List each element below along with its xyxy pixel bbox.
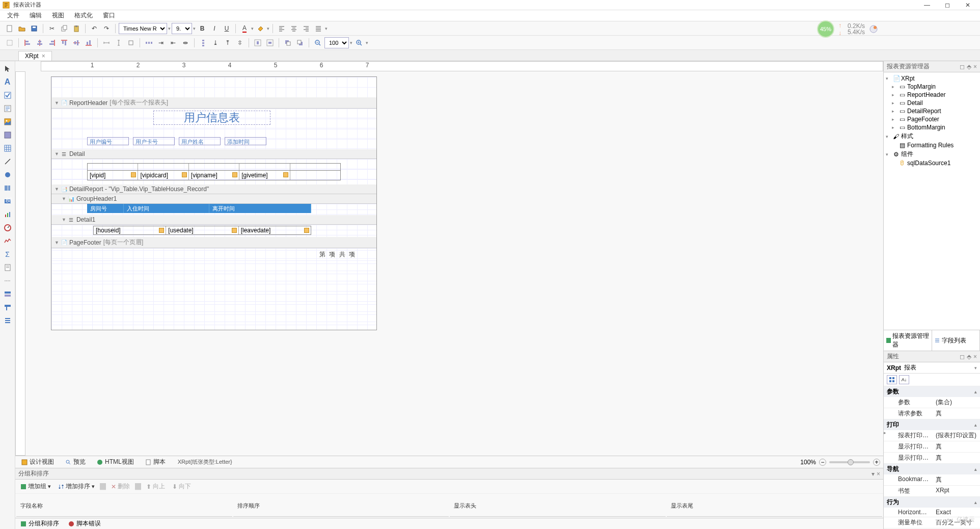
center-vert-button[interactable]	[264, 37, 276, 48]
detail-cell-vipid[interactable]: [vipid]	[88, 171, 138, 180]
props-dropdown-icon[interactable]: ▾	[974, 365, 977, 371]
font-size-combo[interactable]: 9.75	[172, 23, 192, 34]
tree-formatting[interactable]: ▤Formatting Rules	[885, 141, 979, 149]
groupheader-roomid[interactable]: 房间号	[87, 204, 124, 213]
shape-tool[interactable]	[2, 169, 13, 180]
align-left-button[interactable]	[276, 23, 287, 34]
tab-html-view[interactable]: HTML视图	[94, 457, 137, 467]
center-horiz-button[interactable]	[252, 37, 263, 48]
move-down-button[interactable]: ⬇向下	[170, 481, 193, 492]
tree-datasource[interactable]: 🛢sqlDataSource1	[885, 159, 979, 167]
header-label-usercard[interactable]: 用户卡号	[133, 137, 175, 145]
close-button[interactable]: ✕	[958, 1, 978, 10]
vspace-dec-button[interactable]: ⤒	[222, 37, 233, 48]
tree-components[interactable]: ▾⚙组件	[885, 149, 979, 159]
align-rights-button[interactable]	[46, 37, 58, 48]
bold-button[interactable]: B	[197, 23, 208, 34]
detail1-cell-houseid[interactable]: [houseid]	[94, 226, 166, 234]
smart-tag-icon[interactable]	[304, 228, 309, 233]
detail-cell-givetime[interactable]: [givetime]	[239, 171, 290, 180]
send-back-button[interactable]	[294, 37, 306, 48]
zoom-out-icon[interactable]: −	[819, 459, 826, 466]
gauge-tool[interactable]	[2, 222, 13, 233]
zoom-in-icon[interactable]: +	[873, 459, 880, 466]
footer-tab-scripterror[interactable]: 脚本错误	[66, 518, 103, 529]
minimize-button[interactable]: —	[917, 1, 937, 10]
props-categorized-button[interactable]	[887, 375, 897, 384]
table-tool[interactable]	[2, 143, 13, 154]
menu-file[interactable]: 文件	[4, 10, 22, 21]
detail-cell-vipname[interactable]: [vipname]	[189, 171, 239, 180]
menu-edit[interactable]: 编辑	[26, 10, 45, 21]
panel-tool[interactable]	[2, 129, 13, 141]
groupheader-checkout[interactable]: 离开时间	[209, 204, 311, 213]
panel-pin-icon[interactable]: ⬘	[967, 353, 971, 360]
smart-tag-icon[interactable]	[232, 228, 237, 233]
label-tool[interactable]: A	[2, 76, 13, 88]
italic-button[interactable]: I	[209, 23, 220, 34]
copy-button[interactable]	[59, 23, 70, 34]
properties-grid[interactable]: 参数▴ 参数(集合) 请求参数真 打印▴ ▸报表打印设置(报表打印设置) 显示打…	[884, 386, 980, 529]
props-alphabetical-button[interactable]: A↓	[899, 375, 909, 384]
tree-reportheader[interactable]: ▸▭ReportHeader	[885, 91, 979, 99]
undo-button[interactable]: ↶	[89, 23, 100, 34]
align-tops-button[interactable]	[59, 37, 70, 48]
hspace-equal-button[interactable]	[143, 37, 154, 48]
add-sort-button[interactable]: 增加排序 ▾	[56, 481, 97, 492]
smart-tag-icon[interactable]	[159, 228, 164, 233]
font-color-button[interactable]: A	[239, 23, 250, 34]
panel-dropdown-icon[interactable]: ▾	[872, 470, 875, 478]
footer-tab-groupsort[interactable]: 分组和排序	[18, 518, 61, 529]
vspace-remove-button[interactable]: ⇳	[234, 37, 246, 48]
hspace-remove-button[interactable]: ⇹	[180, 37, 191, 48]
panel-close-icon[interactable]: ×	[973, 63, 977, 70]
tab-design-view[interactable]: 设计视图	[18, 457, 57, 467]
align-center-button[interactable]	[288, 23, 300, 34]
align-lefts-button[interactable]	[22, 37, 33, 48]
same-size-button[interactable]	[125, 37, 137, 48]
pageinfo-tool[interactable]	[2, 262, 13, 273]
crossband-line-tool[interactable]	[2, 288, 13, 300]
col-showheader[interactable]: 显示表头	[450, 495, 666, 517]
picture-tool[interactable]	[2, 116, 13, 127]
cut-button[interactable]: ✂	[46, 23, 58, 34]
detail1-cell-usedate[interactable]: [usedate]	[166, 226, 238, 234]
new-button[interactable]	[4, 23, 15, 34]
same-width-button[interactable]	[101, 37, 112, 48]
menu-view[interactable]: 视图	[49, 10, 67, 21]
design-canvas[interactable]: ▼📄 ReportHeader [每个报表一个报表头] 用户信息表 用户编号 用…	[41, 71, 883, 456]
bring-front-button[interactable]	[282, 37, 293, 48]
underline-button[interactable]: U	[221, 23, 232, 34]
col-fieldname[interactable]: 字段名称	[16, 495, 232, 517]
zoom-in-button[interactable]	[353, 37, 365, 48]
tree-topmargin[interactable]: ▸▭TopMargin	[885, 83, 979, 91]
header-label-userid[interactable]: 用户编号	[87, 137, 129, 145]
barcode-tool[interactable]	[2, 182, 13, 194]
add-group-button[interactable]: 增加组 ▾	[18, 481, 53, 492]
tree-bottommargin[interactable]: ▸▭BottomMargin	[885, 123, 979, 131]
move-up-button[interactable]: ⬆向上	[144, 481, 167, 492]
tree-pagefooter[interactable]: ▸▭PageFooter	[885, 115, 979, 123]
vspace-inc-button[interactable]: ⤓	[210, 37, 221, 48]
pagebreak-tool[interactable]	[2, 275, 13, 286]
formula-tool[interactable]: Σ	[2, 249, 13, 260]
subreport-tool[interactable]	[2, 315, 13, 326]
band-groupheader1[interactable]: ▼📊 GroupHeader1	[51, 194, 376, 204]
redo-button[interactable]: ↷	[101, 23, 112, 34]
band-pagefooter[interactable]: ▼📄 PageFooter [每页一个页眉]	[51, 237, 376, 248]
col-sortorder[interactable]: 排序顺序	[233, 495, 449, 517]
panel-window-icon[interactable]: ◻	[960, 353, 965, 360]
band-detail[interactable]: ▼☰ Detail	[51, 149, 376, 159]
snap-grid-button[interactable]	[4, 37, 15, 48]
report-title-label[interactable]: 用户信息表	[153, 111, 270, 125]
groupheader-checkin[interactable]: 入住时间	[124, 204, 209, 213]
detail-cell-vipidcard[interactable]: [vipidcard]	[138, 171, 188, 180]
zoom-slider[interactable]	[829, 461, 870, 463]
panel-close-icon[interactable]: ×	[877, 470, 880, 478]
open-button[interactable]	[16, 23, 28, 34]
band-detail1[interactable]: ▼☰ Detail1	[51, 215, 376, 225]
smart-tag-icon[interactable]	[182, 172, 187, 177]
header-label-addtime[interactable]: 添加时间	[225, 137, 266, 145]
align-middles-button[interactable]	[71, 37, 82, 48]
vspace-equal-button[interactable]	[198, 37, 209, 48]
